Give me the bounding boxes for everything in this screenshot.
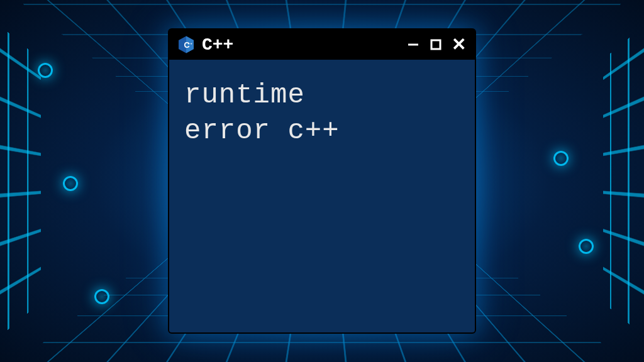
minimize-button[interactable] xyxy=(404,36,422,53)
window-controls: ✕ xyxy=(404,36,467,53)
terminal-body[interactable]: runtime error c++ xyxy=(169,60,475,332)
window-title: C++ xyxy=(202,35,404,55)
svg-rect-6 xyxy=(431,40,440,49)
window-titlebar[interactable]: C + + C++ ✕ xyxy=(169,30,475,60)
svg-text:+: + xyxy=(191,41,192,45)
close-button[interactable]: ✕ xyxy=(450,36,467,53)
svg-text:+: + xyxy=(187,41,189,45)
maximize-button[interactable] xyxy=(427,36,445,53)
cpp-logo-icon: C + + xyxy=(177,35,196,54)
console-window: C + + C++ ✕ runtime error c++ xyxy=(168,28,476,334)
terminal-output: runtime error c++ xyxy=(184,77,460,149)
